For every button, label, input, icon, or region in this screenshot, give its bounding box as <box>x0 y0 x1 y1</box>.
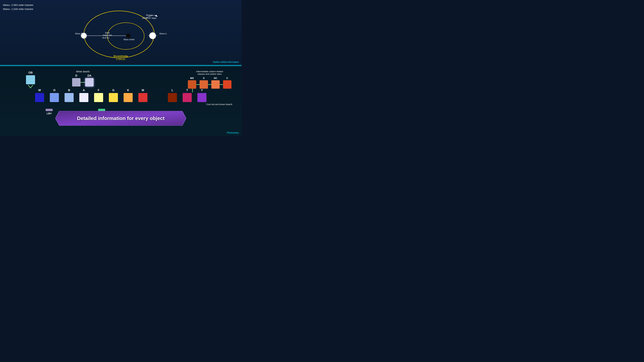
t-label: T <box>186 89 188 92</box>
g-label: G <box>112 89 114 92</box>
ob-label: OB <box>28 71 33 74</box>
class-l: L <box>165 89 180 102</box>
f-box <box>94 93 103 102</box>
m-box <box>138 93 148 102</box>
svg-text:major axis: major axis <box>103 34 112 36</box>
bottom-panel: OB White dwarfs D DA <box>0 66 242 136</box>
class-b: B <box>62 89 76 102</box>
sc-item: SC <box>211 77 220 89</box>
banner-text: Detailed information for every object <box>77 115 164 121</box>
wd-connector <box>80 82 85 83</box>
class-m: M <box>136 89 150 102</box>
ms-item: MS <box>188 77 196 89</box>
class-a: A <box>76 89 91 102</box>
unknown-box <box>98 109 105 111</box>
svg-text:19.8 AU: 19.8 AU <box>102 37 109 39</box>
wd-da-label: DA <box>88 74 91 77</box>
wd-boxes: D DA <box>72 74 94 86</box>
l-label: L <box>172 89 173 92</box>
spectral-area: OB White dwarfs D DA <box>0 69 242 126</box>
white-dwarfs-label: White dwarfs <box>76 70 90 73</box>
cool-dwarfs-label-container: Cool red and brown dwarfs <box>206 103 232 106</box>
svg-text:Sirius A: Sirius A <box>159 32 167 35</box>
lbv-group: LBV <box>46 109 53 115</box>
svg-text:Mass center: Mass center <box>124 38 134 41</box>
class-o: O <box>47 89 62 102</box>
carbon-conn3 <box>220 84 223 85</box>
b-box <box>64 93 74 102</box>
orbital-info-label: Stellar orbital information <box>213 61 239 63</box>
lbv-box <box>46 109 53 111</box>
carbon-conn2 <box>208 84 211 85</box>
class-k: K <box>121 89 136 102</box>
ms-label: MS <box>190 77 194 79</box>
l-box <box>168 93 177 102</box>
ms-box <box>188 80 196 89</box>
o-box <box>50 93 59 102</box>
a-box <box>79 93 88 102</box>
lbv-label: LBV <box>46 112 52 115</box>
s-box <box>200 80 208 89</box>
g-box <box>109 93 118 102</box>
wd-da-box <box>85 78 94 86</box>
c-label: C <box>226 77 228 79</box>
svg-text:Sirius B: Sirius B <box>75 32 83 35</box>
white-dwarfs-group: White dwarfs D DA <box>72 70 94 86</box>
carbon-boxes: MS S SC C <box>188 77 232 89</box>
mass2-label: Mass₂: 1.018 solar masses <box>3 7 33 11</box>
class-g: G <box>106 89 121 102</box>
carbon-title: Intermediate carbon-relatedclasses and c… <box>191 70 228 75</box>
s-item: S <box>200 77 208 89</box>
mass-info: Mass₁: 2.063 solar masses Mass₂: 1.018 s… <box>3 3 33 11</box>
c-item: C <box>223 77 232 89</box>
class-w: W <box>32 89 47 102</box>
svg-rect-0 <box>70 5 171 60</box>
wd-d-box <box>72 78 80 86</box>
class-y: Y <box>194 89 209 102</box>
y-label: Y <box>201 89 203 92</box>
w-label: W <box>38 89 41 92</box>
f-label: F <box>98 89 100 92</box>
svg-text:18296.87 days: 18296.87 days <box>142 17 156 19</box>
class-f: F <box>91 89 106 102</box>
k-label: K <box>127 89 129 92</box>
b-label: B <box>68 89 70 92</box>
w-box <box>35 93 44 102</box>
c-box <box>223 80 232 89</box>
svg-text:Period: Period <box>146 14 152 16</box>
ob-group: OB <box>26 71 35 89</box>
wd-da-item: DA <box>85 74 94 86</box>
main-spectral-row: W O B A F <box>0 89 242 102</box>
svg-point-18 <box>126 34 130 37</box>
wd-d-item: D <box>72 74 80 86</box>
banner-text-container: Detailed information for every object <box>55 111 186 126</box>
carbon-conn1 <box>196 84 200 85</box>
banner-container: Detailed information for every object <box>55 111 186 126</box>
top-panel: Mass₁: 2.063 solar masses Mass₂: 1.018 s… <box>0 0 242 65</box>
svg-text:Semi: Semi <box>105 32 110 34</box>
sc-box <box>211 80 220 89</box>
mass1-label: Mass₁: 2.063 solar masses <box>3 3 33 7</box>
o-label: O <box>53 89 55 92</box>
sc-label: SC <box>214 77 217 79</box>
svg-text:Eccentricity: Eccentricity <box>114 55 128 57</box>
ob-box <box>26 75 35 84</box>
ob-chevron <box>28 84 34 89</box>
cool-dwarfs-label: Cool red and brown dwarfs <box>206 103 232 106</box>
k-box <box>124 93 133 102</box>
class-t: T <box>180 89 194 102</box>
y-box <box>198 93 206 102</box>
s-label: S <box>203 77 204 79</box>
wd-d-label: D <box>75 74 77 77</box>
m-label: M <box>142 89 144 92</box>
svg-text:0.59142: 0.59142 <box>116 58 125 60</box>
orbital-diagram: × Sirius B Sirius A Semi major <box>70 5 171 60</box>
a-label: A <box>83 89 85 92</box>
t-box <box>183 93 192 102</box>
photometry-label: Photometry <box>227 131 239 134</box>
orbital-svg: × Sirius B Sirius A Semi major <box>70 5 171 60</box>
